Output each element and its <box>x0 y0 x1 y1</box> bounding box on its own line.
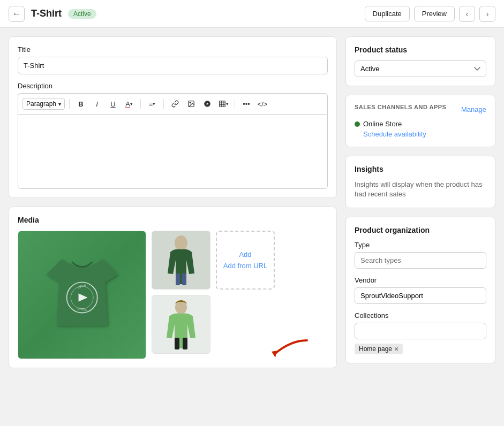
code-button[interactable]: </> <box>255 97 269 111</box>
red-arrow-indicator <box>269 335 312 362</box>
back-button[interactable]: ← <box>9 6 25 22</box>
svg-rect-18 <box>175 338 179 349</box>
product-status-card: Product status Active Draft <box>345 36 495 86</box>
media-title: Media <box>18 216 328 224</box>
home-page-tag: Home page × <box>355 344 403 354</box>
title-field-group: Title <box>18 45 328 74</box>
schedule-availability-row: Schedule availability <box>355 130 486 138</box>
media-card: Media <box>9 207 337 368</box>
page-title: T-Shirt <box>31 8 62 19</box>
image-button[interactable] <box>184 97 198 111</box>
vendor-field-group: Vendor <box>355 276 486 304</box>
product-org-card: Product organization Type Vendor Collect… <box>345 217 495 363</box>
toolbar-separator-2 <box>140 99 141 109</box>
prev-nav-button[interactable]: ‹ <box>459 6 475 22</box>
online-store-dot <box>355 121 360 127</box>
title-label: Title <box>18 45 328 54</box>
collections-label: Collections <box>355 311 486 320</box>
online-store-label: Online Store <box>363 120 402 128</box>
bold-button[interactable]: B <box>74 97 88 111</box>
insights-text: Insights will display when the product h… <box>355 180 486 199</box>
toolbar-separator-1 <box>69 99 70 109</box>
video-button[interactable] <box>200 97 214 111</box>
description-editor[interactable] <box>18 114 328 189</box>
svg-point-1 <box>190 102 191 103</box>
media-grid: LET'S GROW <box>18 231 328 359</box>
tag-remove-button[interactable]: × <box>394 345 398 353</box>
type-label: Type <box>355 241 486 249</box>
title-description-card: Title Description Paragraph ▾ B I U A <box>9 36 337 198</box>
product-org-title: Product organization <box>355 226 486 234</box>
manage-link[interactable]: Manage <box>461 105 486 113</box>
media-thumb-main[interactable]: LET'S GROW <box>18 231 146 359</box>
insights-title: Insights <box>355 165 486 173</box>
right-panel: Product status Active Draft SALES CHANNE… <box>345 36 495 363</box>
table-button[interactable]: ▾ <box>216 97 230 111</box>
collections-tags: Home page × <box>355 344 486 354</box>
insights-card: Insights Insights will display when the … <box>345 156 495 208</box>
link-button[interactable] <box>168 97 182 111</box>
media-thumb-2[interactable] <box>152 295 210 354</box>
add-media-button[interactable]: Add <box>239 250 251 258</box>
vendor-input[interactable] <box>355 287 486 304</box>
svg-rect-19 <box>183 338 187 349</box>
vendor-label: Vendor <box>355 276 486 284</box>
svg-rect-15 <box>176 273 180 285</box>
media-add-wrapper: Add Add from URL <box>216 231 275 359</box>
sales-channels-header: SALES CHANNELS AND APPS Manage <box>355 104 486 115</box>
schedule-availability-link[interactable]: Schedule availability <box>363 130 426 138</box>
editor-toolbar: Paragraph ▾ B I U A ▾ ≡ ▾ <box>18 93 328 114</box>
svg-rect-16 <box>182 273 186 285</box>
product-status-title: Product status <box>355 45 486 54</box>
main-layout: Title Description Paragraph ▾ B I U A <box>0 28 504 377</box>
paragraph-select[interactable]: Paragraph ▾ <box>22 98 65 110</box>
underline-button[interactable]: U <box>106 97 120 111</box>
description-label: Description <box>18 82 328 90</box>
svg-rect-4 <box>219 101 225 107</box>
more-button[interactable]: ••• <box>239 97 253 111</box>
italic-button[interactable]: I <box>90 97 104 111</box>
online-store-row: Online Store <box>355 120 486 128</box>
toolbar-separator-3 <box>163 99 164 109</box>
title-input[interactable] <box>18 57 328 74</box>
left-panel: Title Description Paragraph ▾ B I U A <box>9 36 337 368</box>
sales-channels-card: SALES CHANNELS AND APPS Manage Online St… <box>345 95 495 147</box>
svg-point-14 <box>175 235 187 250</box>
page-header: ← T-Shirt Active Duplicate Preview ‹ › <box>0 0 504 28</box>
media-thumb-1[interactable] <box>152 231 210 290</box>
status-select[interactable]: Active Draft <box>355 60 486 77</box>
description-field-group: Description Paragraph ▾ B I U A ▾ <box>18 82 328 189</box>
type-field-group: Type <box>355 241 486 269</box>
collections-field-group: Collections Home page × <box>355 311 486 354</box>
add-from-url-button[interactable]: Add from URL <box>223 262 267 270</box>
header-actions: Duplicate Preview ‹ › <box>365 6 495 22</box>
status-badge: Active <box>68 9 96 19</box>
collections-input[interactable] <box>355 323 486 339</box>
duplicate-button[interactable]: Duplicate <box>365 6 410 21</box>
toolbar-separator-4 <box>235 99 235 109</box>
color-button[interactable]: A ▾ <box>122 97 136 111</box>
media-add-box[interactable]: Add Add from URL <box>216 231 275 290</box>
preview-button[interactable]: Preview <box>414 6 455 21</box>
align-button[interactable]: ≡ ▾ <box>145 97 159 111</box>
next-nav-button[interactable]: › <box>479 6 495 22</box>
sales-channels-label: SALES CHANNELS AND APPS <box>355 104 446 110</box>
type-input[interactable] <box>355 252 486 269</box>
